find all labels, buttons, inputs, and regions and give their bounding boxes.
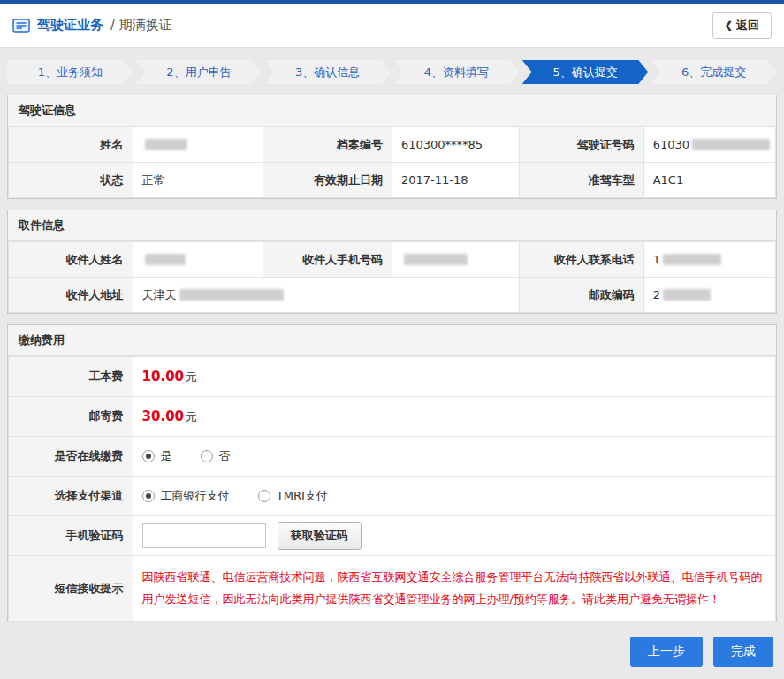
postal-code-value: 2 xyxy=(643,278,775,313)
redacted-blur xyxy=(404,254,468,265)
redacted-blur xyxy=(663,289,711,301)
radio-online-pay-no[interactable]: 否 xyxy=(201,448,231,464)
table-row: 状态 正常 有效期止日期 2017-11-18 准驾车型 A1C1 xyxy=(9,163,776,198)
recipient-mobile-value xyxy=(392,242,519,278)
pay-channel-label: 选择支付渠道 xyxy=(9,477,133,516)
step-item-3: 3、确认信息 xyxy=(264,60,391,84)
recipient-name-label: 收件人姓名 xyxy=(9,242,133,278)
step-item-2: 2、用户申告 xyxy=(136,60,263,84)
fee-amount: 30.00 xyxy=(142,408,184,424)
back-button[interactable]: ❮ 返回 xyxy=(712,12,772,39)
step-nav: 1、业务须知 2、用户申告 3、确认信息 4、资料填写 5、确认提交 6、完成提… xyxy=(7,60,777,84)
radio-icon xyxy=(258,490,270,502)
table-row: 手机验证码 获取验证码 xyxy=(9,516,776,556)
redacted-blur xyxy=(145,254,186,265)
license-info-table: 姓名 档案编号 610300****85 驾驶证号码 61030 状态 正常 有… xyxy=(8,126,776,198)
page-subtitle: / 期满换证 xyxy=(110,17,172,34)
step-item-1: 1、业务须知 xyxy=(7,60,133,84)
done-button[interactable]: 完成 xyxy=(713,637,773,667)
radio-label: 是 xyxy=(161,448,172,464)
radio-channel-icbc[interactable]: 工商银行支付 xyxy=(142,488,230,504)
pickup-info-table: 收件人姓名 收件人手机号码 收件人联系电话 1 收件人地址 天津天 邮政编码 2 xyxy=(8,241,776,313)
step-item-6: 6、完成提交 xyxy=(651,60,777,84)
get-code-button[interactable]: 获取验证码 xyxy=(278,522,362,550)
file-number-value: 610300****85 xyxy=(392,127,519,163)
radio-label: 工商银行支付 xyxy=(161,488,230,504)
prev-step-button[interactable]: 上一步 xyxy=(630,637,703,667)
production-fee-label: 工本费 xyxy=(9,357,133,397)
captcha-label: 手机验证码 xyxy=(9,516,133,556)
expiry-date-value: 2017-11-18 xyxy=(392,163,519,198)
section-title-license: 驾驶证信息 xyxy=(8,95,776,126)
sms-notice-label: 短信接收提示 xyxy=(9,556,133,622)
radio-channel-tmri[interactable]: TMRI支付 xyxy=(258,488,328,504)
radio-label: 否 xyxy=(219,448,231,464)
online-pay-options: 是 否 xyxy=(133,437,775,477)
redacted-blur xyxy=(663,254,721,265)
fee-amount: 10.00 xyxy=(142,369,184,385)
online-pay-label: 是否在线缴费 xyxy=(9,437,133,477)
radio-label: TMRI支付 xyxy=(277,488,328,504)
back-label: 返回 xyxy=(736,18,759,34)
pay-channel-options: 工商银行支付 TMRI支付 xyxy=(133,477,775,516)
business-document-icon xyxy=(12,19,30,33)
radio-icon xyxy=(201,450,213,462)
license-number-value: 61030 xyxy=(643,127,775,163)
name-label: 姓名 xyxy=(9,127,133,163)
postal-code-label: 邮政编码 xyxy=(520,278,644,313)
table-row: 收件人地址 天津天 邮政编码 2 xyxy=(9,278,776,313)
page-title: 驾驶证业务 xyxy=(37,17,103,34)
sms-notice-cell: 因陕西省联通、电信运营商技术问题，陕西省互联网交通安全综合服务管理平台无法向持陕… xyxy=(133,556,775,622)
radio-online-pay-yes[interactable]: 是 xyxy=(142,448,172,464)
mailing-fee-label: 邮寄费 xyxy=(9,397,133,437)
name-value xyxy=(133,127,263,163)
fee-unit: 元 xyxy=(186,410,197,423)
radio-icon xyxy=(142,450,155,462)
license-number-label: 驾驶证号码 xyxy=(520,127,644,163)
section-title-fees: 缴纳费用 xyxy=(8,325,776,356)
expiry-date-label: 有效期止日期 xyxy=(263,163,392,198)
redacted-blur xyxy=(692,139,770,150)
table-row: 短信接收提示 因陕西省联通、电信运营商技术问题，陕西省互联网交通安全综合服务管理… xyxy=(9,556,776,622)
fee-unit: 元 xyxy=(186,370,197,384)
recipient-mobile-label: 收件人手机号码 xyxy=(263,242,392,278)
redacted-blur xyxy=(145,139,187,150)
recipient-phone-label: 收件人联系电话 xyxy=(520,242,644,278)
captcha-input[interactable] xyxy=(142,523,266,548)
recipient-address-value: 天津天 xyxy=(133,278,519,313)
page-header: 驾驶证业务 / 期满换证 ❮ 返回 xyxy=(0,4,784,48)
recipient-address-label: 收件人地址 xyxy=(9,278,133,313)
radio-icon xyxy=(142,490,155,502)
table-row: 收件人姓名 收件人手机号码 收件人联系电话 1 xyxy=(9,242,776,278)
captcha-cell: 获取验证码 xyxy=(133,516,775,556)
bottom-actions: 上一步 完成 xyxy=(11,637,773,667)
production-fee-value: 10.00元 xyxy=(133,357,775,397)
back-chevron-icon: ❮ xyxy=(725,19,733,31)
table-row: 选择支付渠道 工商银行支付 TMRI支付 xyxy=(9,477,776,516)
section-pickup-info: 取件信息 收件人姓名 收件人手机号码 收件人联系电话 1 收件人地址 天津天 邮… xyxy=(7,210,777,314)
section-fees: 缴纳费用 工本费 10.00元 邮寄费 30.00元 是否在线缴费 是 否 选择… xyxy=(7,324,777,622)
section-license-info: 驾驶证信息 姓名 档案编号 610300****85 驾驶证号码 61030 状… xyxy=(7,95,777,199)
table-row: 工本费 10.00元 xyxy=(9,357,776,397)
section-title-pickup: 取件信息 xyxy=(8,210,776,241)
step-item-5: 5、确认提交 xyxy=(522,60,649,84)
redacted-blur xyxy=(179,289,284,301)
recipient-phone-value: 1 xyxy=(643,242,775,278)
recipient-name-value xyxy=(133,242,263,278)
table-row: 邮寄费 30.00元 xyxy=(9,397,776,437)
mailing-fee-value: 30.00元 xyxy=(133,397,775,437)
step-item-4: 4、资料填写 xyxy=(393,60,520,84)
table-row: 是否在线缴费 是 否 xyxy=(9,437,776,477)
sms-notice-text: 因陕西省联通、电信运营商技术问题，陕西省互联网交通安全综合服务管理平台无法向持陕… xyxy=(142,567,766,610)
table-row: 姓名 档案编号 610300****85 驾驶证号码 61030 xyxy=(9,127,776,163)
vehicle-class-label: 准驾车型 xyxy=(520,163,644,198)
status-label: 状态 xyxy=(9,163,133,198)
file-number-label: 档案编号 xyxy=(263,127,392,163)
vehicle-class-value: A1C1 xyxy=(643,163,775,198)
fees-table: 工本费 10.00元 邮寄费 30.00元 是否在线缴费 是 否 选择支付渠道 … xyxy=(8,356,776,622)
status-value: 正常 xyxy=(133,163,263,198)
